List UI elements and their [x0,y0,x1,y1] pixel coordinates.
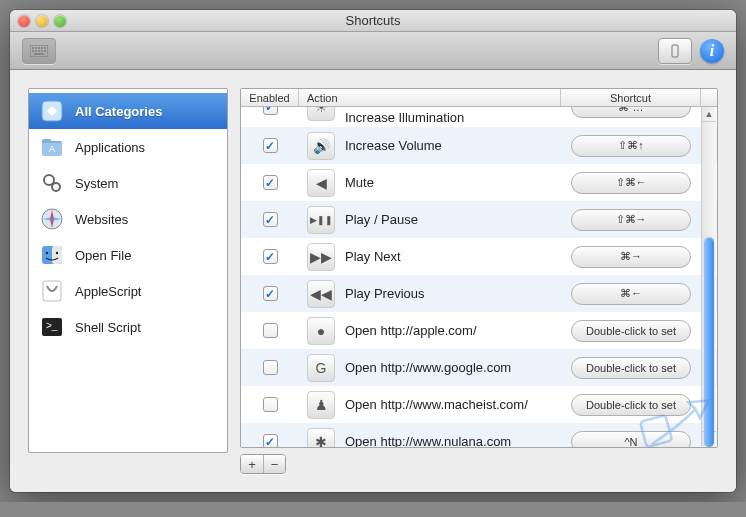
folder-apps-icon: A [39,134,65,160]
titlebar[interactable]: Shortcuts [10,10,736,32]
shortcuts-table: Enabled Action Shortcut ☀Increase Illumi… [240,88,718,448]
shortcut-field[interactable]: Double-click to set [571,357,691,379]
sidebar-item-label: AppleScript [75,284,141,299]
applescript-icon [39,278,65,304]
minimize-icon[interactable] [36,15,48,27]
header-enabled[interactable]: Enabled [241,89,299,106]
safari-icon [39,206,65,232]
enabled-checkbox[interactable] [263,397,278,412]
table-row[interactable]: ♟Open http://www.macheist.com/Double-cli… [241,386,717,423]
action-label: Open http://www.macheist.com/ [345,397,528,412]
header-shortcut[interactable]: Shortcut [561,89,701,106]
device-icon [667,44,683,58]
table-row[interactable]: ●Open http://apple.com/Double-click to s… [241,312,717,349]
svg-rect-12 [672,45,678,57]
table-row[interactable]: ▶▶Play Next⌘→ [241,238,717,275]
main-panel: Enabled Action Shortcut ☀Increase Illumi… [240,88,718,474]
shortcut-field[interactable]: ⌘→ [571,246,691,268]
svg-rect-4 [41,47,43,49]
sidebar-item-system[interactable]: System [29,165,227,201]
shortcut-field[interactable]: Double-click to set [571,320,691,342]
action-label: Open http://apple.com/ [345,323,477,338]
svg-point-21 [56,252,58,254]
enabled-checkbox[interactable] [263,107,278,115]
categories-icon [39,98,65,124]
sidebar-item-label: Shell Script [75,320,141,335]
enabled-checkbox[interactable] [263,138,278,153]
action-label: Open http://www.nulana.com [345,434,511,447]
play-next-icon: ▶▶ [307,243,335,271]
sidebar-item-all-categories[interactable]: All Categories [29,93,227,129]
shortcut-field[interactable]: ⌘ … [571,107,691,118]
sidebar-item-open-file[interactable]: Open File [29,237,227,273]
shortcut-field[interactable]: ⇧⌘→ [571,209,691,231]
enabled-checkbox[interactable] [263,434,278,447]
nulana-icon: ✱ [307,428,335,448]
action-label: Open http://www.google.com [345,360,511,375]
sidebar-item-applications[interactable]: AApplications [29,129,227,165]
shortcut-field[interactable]: ^N [571,431,691,448]
finder-icon [39,242,65,268]
table-row[interactable]: ◀◀Play Previous⌘← [241,275,717,312]
traffic-lights [18,15,66,27]
svg-rect-7 [35,50,37,52]
svg-point-16 [52,183,60,191]
gears-icon [39,170,65,196]
svg-rect-19 [52,246,62,264]
close-icon[interactable] [18,15,30,27]
window-title: Shortcuts [10,13,736,28]
sidebar-item-shell-script[interactable]: >_Shell Script [29,309,227,345]
svg-rect-6 [32,50,34,52]
enabled-checkbox[interactable] [263,249,278,264]
sidebar-item-label: All Categories [75,104,162,119]
svg-text:>_: >_ [46,320,58,331]
table-row[interactable]: ☀Increase Illumination⌘ … [241,107,717,127]
svg-rect-8 [38,50,40,52]
shortcut-field[interactable]: ⌘← [571,283,691,305]
enabled-checkbox[interactable] [263,175,278,190]
add-button[interactable]: + [241,455,263,473]
table-row[interactable]: ◀Mute⇧⌘← [241,164,717,201]
table-row[interactable]: ▶❚❚Play / Pause⇧⌘→ [241,201,717,238]
scroll-thumb[interactable] [704,237,714,447]
scroll-up-arrow-icon[interactable]: ▲ [702,107,716,122]
enabled-checkbox[interactable] [263,323,278,338]
header-action[interactable]: Action [299,89,561,106]
remove-button[interactable]: − [263,455,285,473]
macheist-icon: ♟ [307,391,335,419]
table-row[interactable]: 🔊Increase Volume⇧⌘↑ [241,127,717,164]
info-icon: i [710,42,714,60]
info-button[interactable]: i [700,39,724,63]
svg-rect-2 [35,47,37,49]
device-toggle-button[interactable] [658,38,692,64]
table-header: Enabled Action Shortcut [241,89,717,107]
keyboard-icon [30,45,48,57]
header-scroll-gutter [701,89,717,106]
enabled-checkbox[interactable] [263,360,278,375]
terminal-icon: >_ [39,314,65,340]
shortcut-field[interactable]: ⇧⌘↑ [571,135,691,157]
shortcut-field[interactable]: Double-click to set [571,394,691,416]
mute-icon: ◀ [307,169,335,197]
sidebar-item-applescript[interactable]: AppleScript [29,273,227,309]
volume-up-icon: 🔊 [307,132,335,160]
play-previous-icon: ◀◀ [307,280,335,308]
action-label: Increase Volume [345,138,442,153]
table-row[interactable]: ✱Open http://www.nulana.com^N [241,423,717,447]
zoom-icon[interactable] [54,15,66,27]
sidebar-item-websites[interactable]: Websites [29,201,227,237]
sidebar: All CategoriesAApplicationsSystemWebsite… [28,88,228,453]
action-label: Play Next [345,249,401,264]
svg-text:A: A [49,144,55,154]
brightness-up-icon: ☀ [307,107,335,121]
play-pause-icon: ▶❚❚ [307,206,335,234]
enabled-checkbox[interactable] [263,286,278,301]
enabled-checkbox[interactable] [263,212,278,227]
keyboard-view-button[interactable] [22,38,56,64]
svg-rect-10 [44,50,46,52]
table-body: ☀Increase Illumination⌘ …🔊Increase Volum… [241,107,717,447]
vertical-scrollbar[interactable]: ▲ ▼ [701,107,716,446]
table-row[interactable]: GOpen http://www.google.comDouble-click … [241,349,717,386]
preferences-window: Shortcuts i All CategoriesAApplicationsS… [10,10,736,492]
shortcut-field[interactable]: ⇧⌘← [571,172,691,194]
